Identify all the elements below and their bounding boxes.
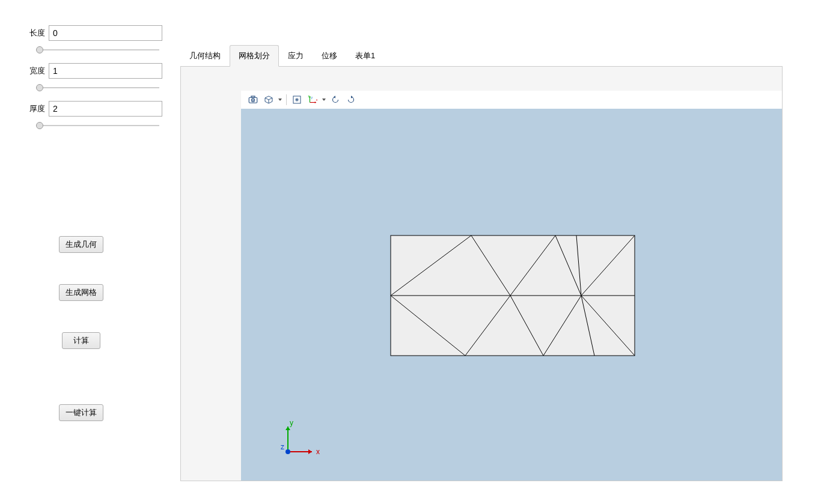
axis-gizmo: x y z — [277, 421, 325, 463]
axis-y-label: y — [290, 421, 293, 427]
svg-text:y: y — [311, 96, 313, 99]
param-row-thickness: 厚度 — [0, 101, 162, 117]
length-label: 长度 — [0, 28, 49, 38]
length-slider-row — [36, 43, 162, 52]
tab-bar: 几何结构 网格划分 应力 位移 表单1 — [180, 45, 783, 67]
tab-mesh[interactable]: 网格划分 — [230, 45, 279, 67]
sidebar: 长度 宽度 厚度 生成几何 生成网格 计算 一键计算 — [0, 0, 180, 504]
rotate-ccw-icon[interactable] — [328, 93, 343, 107]
svg-point-26 — [285, 449, 290, 454]
width-label: 宽度 — [0, 65, 49, 76]
viewport-toolbar: x z y — [241, 91, 782, 109]
width-slider[interactable] — [36, 87, 159, 88]
thickness-slider[interactable] — [36, 125, 159, 126]
thickness-slider-row — [36, 119, 162, 128]
tab-displacement[interactable]: 位移 — [313, 45, 346, 67]
length-slider[interactable] — [36, 49, 159, 50]
axis-z-label: z — [281, 443, 284, 451]
svg-text:x: x — [316, 99, 318, 102]
width-slider-row — [36, 81, 162, 90]
length-input[interactable] — [49, 25, 162, 41]
button-group: 生成几何 生成网格 计算 一键计算 — [0, 236, 162, 452]
main-area: 几何结构 网格划分 应力 位移 表单1 x — [180, 0, 815, 504]
tab-geometry[interactable]: 几何结构 — [180, 45, 230, 67]
cube-icon[interactable] — [261, 93, 276, 107]
thickness-label: 厚度 — [0, 103, 49, 114]
width-input[interactable] — [49, 63, 162, 79]
viewport-3d[interactable]: x y z — [241, 109, 782, 481]
tab-content: x z y — [180, 67, 783, 481]
mesh-visualization — [390, 235, 635, 356]
toolbar-separator — [286, 94, 287, 105]
thickness-input[interactable] — [49, 101, 162, 117]
tab-stress[interactable]: 应力 — [279, 45, 313, 67]
axis-x-label: x — [316, 448, 320, 456]
calculate-button[interactable]: 计算 — [62, 332, 100, 349]
param-row-length: 长度 — [0, 25, 162, 41]
svg-rect-3 — [251, 96, 255, 97]
cube-dropdown-icon[interactable] — [277, 97, 283, 102]
param-row-width: 宽度 — [0, 63, 162, 79]
rotate-cw-icon[interactable] — [344, 93, 358, 107]
generate-mesh-button[interactable]: 生成网格 — [59, 284, 103, 301]
fit-icon[interactable] — [290, 93, 304, 107]
axes-dropdown-icon[interactable] — [321, 97, 327, 102]
tab-form1[interactable]: 表单1 — [346, 45, 384, 67]
axes-icon[interactable]: x z y — [305, 93, 320, 107]
camera-icon[interactable] — [246, 93, 260, 107]
one-click-calculate-button[interactable]: 一键计算 — [59, 404, 103, 421]
generate-geometry-button[interactable]: 生成几何 — [59, 236, 103, 253]
svg-point-2 — [252, 100, 254, 101]
